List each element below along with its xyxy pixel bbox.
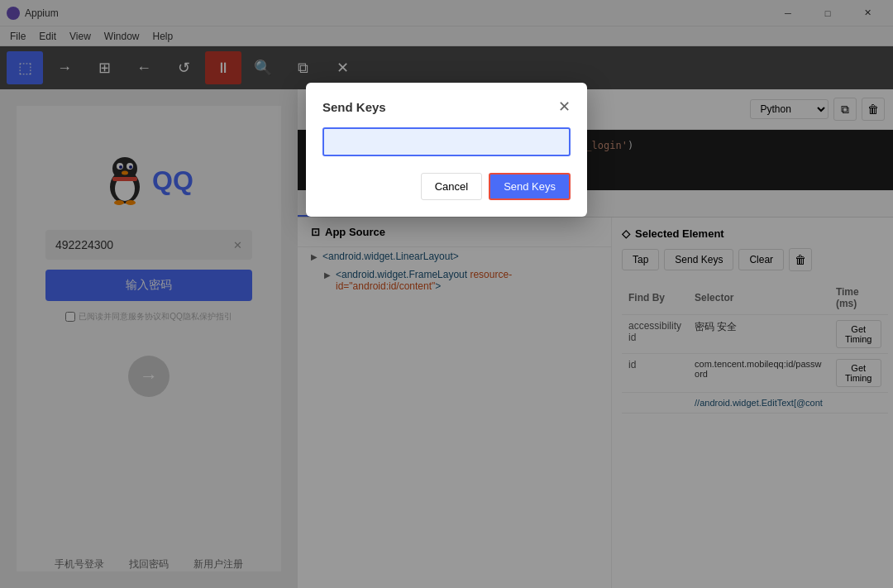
send-keys-confirm-button[interactable]: Send Keys [489, 173, 571, 200]
modal-overlay: Send Keys ✕ Cancel Send Keys [0, 0, 893, 588]
modal-title: Send Keys [322, 100, 386, 114]
modal-header: Send Keys ✕ [322, 99, 571, 114]
modal-footer: Cancel Send Keys [322, 173, 571, 200]
modal-close-button[interactable]: ✕ [558, 99, 571, 114]
send-keys-modal: Send Keys ✕ Cancel Send Keys [306, 83, 587, 217]
send-keys-input[interactable] [322, 127, 571, 156]
cancel-button[interactable]: Cancel [421, 173, 482, 200]
